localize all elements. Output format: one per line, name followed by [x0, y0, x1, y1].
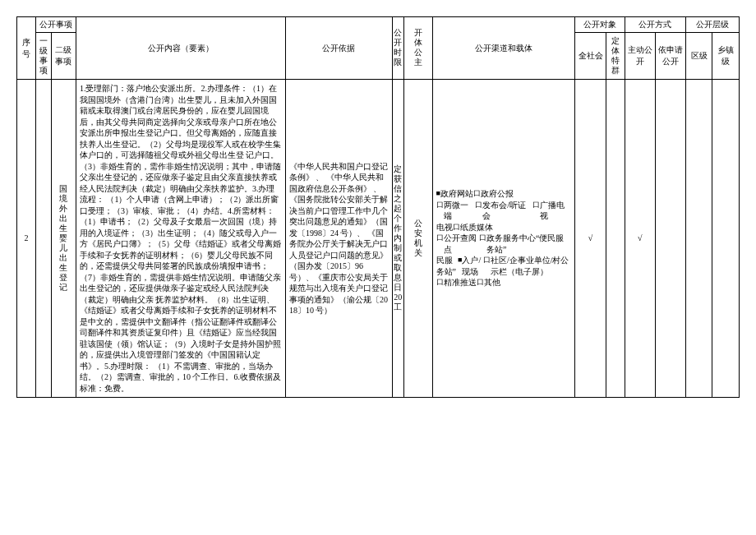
channel-label: 广播电视 — [540, 200, 572, 222]
header-item-group: 公开事项 — [36, 17, 76, 33]
checkbox-icon: 口 — [475, 200, 482, 210]
channel-label: 政府公报 — [481, 188, 514, 200]
cell-seq: 2 — [17, 80, 36, 398]
channel-label: 电视 — [436, 222, 453, 233]
header-method-active: 主动公开 — [625, 32, 655, 80]
checkbox-icon: 口 — [436, 233, 444, 242]
cell-level-town — [712, 80, 740, 398]
header-cat1: 一级事项 — [36, 32, 52, 80]
cell-cat1 — [36, 80, 52, 398]
channel-label: 社区/企事业单位/村公示栏（电子屏） — [491, 255, 572, 277]
cell-subject: 公安机关 — [403, 80, 432, 398]
checkbox-icon: 口 — [453, 222, 460, 232]
checkbox-icon: 口 — [477, 277, 484, 287]
table-row: 2 国境外出生婴儿出生登记 1.受理部门：落户地公安派出所。2.办理条件：（1）… — [17, 80, 740, 398]
header-target-group: 公开对象 — [575, 17, 625, 33]
header-target-spec: 定体特群 — [606, 32, 625, 80]
header-cat2: 二级事项 — [51, 32, 76, 80]
checkbox-icon: 口 — [483, 255, 491, 265]
cell-cat2: 国境外出生婴儿出生登记 — [51, 80, 76, 398]
header-level-group: 公开层级 — [685, 17, 739, 33]
checkbox-icon: 口 — [532, 200, 540, 210]
cell-time: 定获信之起个作内制或取息日20工 — [392, 80, 403, 398]
header-method-group: 公开方式 — [625, 17, 685, 33]
channel-label: 入户/现场 — [462, 255, 482, 277]
channel-label: 政府网站 — [440, 188, 473, 200]
channel-label: 纸质媒体 — [460, 222, 493, 233]
channel-label: 其他 — [484, 277, 500, 288]
cell-method-request — [655, 80, 685, 398]
header-subject: 开体公主 — [403, 17, 432, 80]
channel-label: 公开查阅点 — [444, 233, 480, 255]
cell-target-all: √ — [575, 80, 606, 398]
header-row-1: 序号 公开事项 公开内容（要素） 公开依据 公开时限 开体公主 公开渠道和载体 … — [17, 17, 740, 33]
disclosure-table: 序号 公开事项 公开内容（要素） 公开依据 公开时限 开体公主 公开渠道和载体 … — [16, 16, 740, 398]
header-method-request: 依申请公开 — [655, 32, 685, 80]
header-time: 公开时限 — [392, 17, 403, 80]
cell-target-spec — [606, 80, 625, 398]
header-basis: 公开依据 — [285, 17, 392, 80]
checkbox-icon: 口 — [436, 277, 444, 287]
header-level-town: 乡镇级 — [712, 32, 740, 80]
channel-label: 政务服务中心“便民服务站” — [486, 233, 571, 255]
checkbox-icon: 口 — [479, 233, 486, 242]
cell-method-active: √ — [625, 80, 655, 398]
checkbox-icon: 口 — [473, 188, 481, 198]
cell-basis: 《中华人民共和国户口登记条例》 、 《中华人民共和国政府信息公开条例》 、《国务… — [285, 80, 392, 398]
header-target-all: 全社会 — [575, 32, 606, 80]
header-content: 公开内容（要素） — [76, 17, 285, 80]
cell-channel: ■政府网站口政府公报 口两微一端口发布会/听证会口广播电视 电视口纸质媒体 口公… — [432, 80, 575, 398]
channel-label: 民服务站” — [436, 255, 458, 277]
checkbox-icon: 口 — [436, 200, 444, 210]
header-seq: 序号 — [17, 17, 36, 80]
header-level-district: 区级 — [685, 32, 712, 80]
channel-label: 精准推送 — [444, 277, 477, 288]
cell-content: 1.受理部门：落户地公安派出所。2.办理条件：（1）在我国国境外（含港门台湾）出… — [76, 80, 285, 398]
cell-level-district — [685, 80, 712, 398]
header-channel: 公开渠道和载体 — [432, 17, 575, 80]
channel-label: 发布会/听证会 — [482, 200, 532, 222]
channel-label: 两微一端 — [444, 200, 476, 222]
